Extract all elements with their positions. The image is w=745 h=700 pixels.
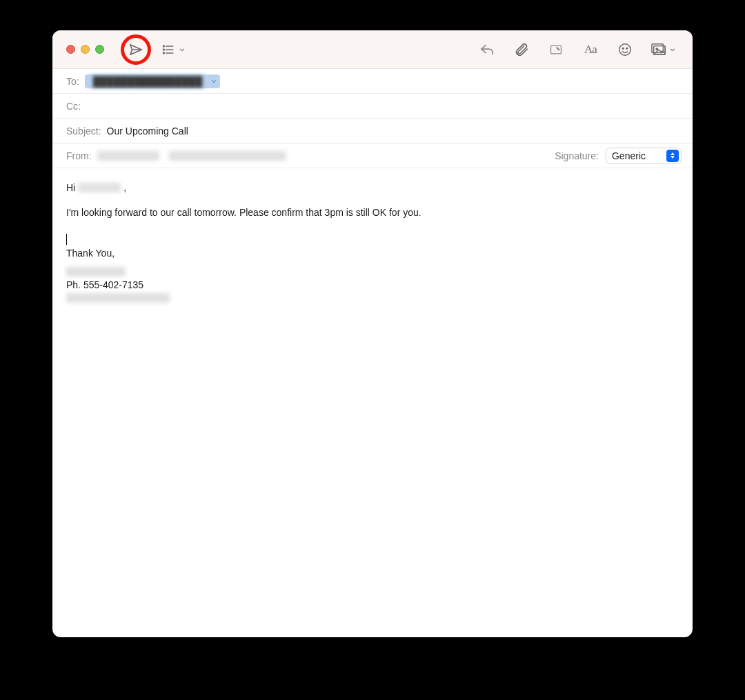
svg-point-13 bbox=[656, 48, 657, 49]
chevron-down-icon[interactable] bbox=[210, 78, 217, 85]
cc-field-row[interactable]: Cc: bbox=[52, 94, 693, 119]
compose-window: Aa bbox=[52, 30, 693, 637]
reply-button[interactable] bbox=[477, 40, 497, 59]
signature-block: Ph. 555-402-7135 bbox=[66, 267, 679, 303]
greeting-line: Hi , bbox=[66, 181, 679, 194]
greeting-suffix: , bbox=[123, 181, 126, 194]
svg-point-2 bbox=[163, 49, 165, 50]
svg-point-8 bbox=[622, 48, 624, 49]
paperclip-icon bbox=[514, 42, 529, 57]
header-fields-button[interactable] bbox=[161, 43, 186, 57]
chevron-down-icon bbox=[179, 46, 186, 53]
from-label: From: bbox=[66, 150, 92, 161]
body-paragraph: I'm looking forward to our call tomorrow… bbox=[66, 206, 679, 219]
greeting-name-redacted bbox=[78, 183, 121, 192]
header-fields: To: ████████████████ Cc: Subject: Our Up… bbox=[52, 69, 693, 168]
subject-field-row[interactable]: Subject: Our Upcoming Call bbox=[52, 119, 693, 143]
message-body[interactable]: Hi , I'm looking forward to our call tom… bbox=[52, 168, 693, 637]
markup-icon bbox=[548, 43, 564, 57]
recipient-pill[interactable]: ████████████████ bbox=[85, 74, 221, 88]
photo-browser-icon bbox=[650, 42, 668, 57]
chevron-down-icon bbox=[669, 46, 676, 53]
window-controls bbox=[66, 45, 104, 54]
from-email-redacted bbox=[169, 151, 286, 161]
subject-input[interactable]: Our Upcoming Call bbox=[107, 126, 682, 137]
svg-point-0 bbox=[163, 46, 165, 47]
signature-label: Signature: bbox=[555, 150, 599, 161]
signature-email-redacted bbox=[66, 293, 170, 303]
text-cursor bbox=[66, 234, 67, 245]
recipient-redacted: ████████████████ bbox=[88, 74, 207, 88]
send-icon bbox=[128, 42, 143, 57]
zoom-window-button[interactable] bbox=[95, 45, 104, 54]
svg-point-7 bbox=[619, 43, 631, 55]
to-label: To: bbox=[66, 76, 79, 87]
emoji-icon bbox=[617, 42, 633, 57]
to-field-row[interactable]: To: ████████████████ bbox=[52, 69, 693, 94]
annotation-highlight-circle bbox=[121, 34, 151, 65]
from-field-row: From: Signature: Generic bbox=[52, 143, 693, 168]
header-list-icon bbox=[161, 43, 176, 57]
signature-name-redacted bbox=[66, 267, 126, 277]
minimize-window-button[interactable] bbox=[81, 45, 90, 54]
svg-point-9 bbox=[626, 48, 628, 49]
attach-button[interactable] bbox=[512, 40, 531, 59]
greeting-prefix: Hi bbox=[66, 181, 75, 194]
signature-select[interactable]: Generic bbox=[606, 148, 682, 164]
close-window-button[interactable] bbox=[66, 45, 75, 54]
svg-point-4 bbox=[163, 52, 165, 54]
cc-label: Cc: bbox=[66, 101, 81, 112]
toolbar-right: Aa bbox=[477, 40, 682, 59]
signature-value: Generic bbox=[606, 150, 666, 161]
titlebar: Aa bbox=[52, 30, 693, 69]
markup-button[interactable] bbox=[546, 40, 566, 59]
send-button[interactable] bbox=[126, 40, 146, 59]
emoji-button[interactable] bbox=[615, 40, 635, 59]
subject-label: Subject: bbox=[66, 126, 101, 137]
select-stepper-icon bbox=[666, 150, 679, 162]
signature-phone: Ph. 555-402-7135 bbox=[66, 278, 679, 292]
reply-icon bbox=[479, 42, 495, 57]
closing-line: Thank You, bbox=[66, 246, 679, 260]
photo-browser-button[interactable] bbox=[650, 42, 676, 57]
from-name-redacted bbox=[97, 151, 159, 161]
format-button[interactable]: Aa bbox=[581, 40, 600, 59]
text-format-icon: Aa bbox=[584, 43, 597, 57]
